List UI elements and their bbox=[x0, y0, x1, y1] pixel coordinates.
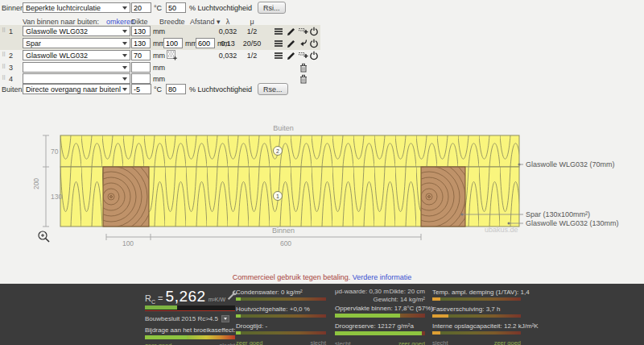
power-toggle-icon[interactable] bbox=[309, 39, 319, 48]
trash-icon[interactable] bbox=[299, 63, 308, 73]
dim-70-label: 70 bbox=[51, 148, 59, 156]
drag-handle-icon[interactable]: ⠿ bbox=[2, 27, 6, 34]
condenswater-bar bbox=[236, 297, 326, 301]
buiten-humidity-input[interactable] bbox=[166, 84, 186, 94]
breedte-input[interactable] bbox=[163, 38, 183, 48]
mm-label: mm bbox=[153, 64, 165, 72]
houtvochtgehalte-metric: Houtvochtgehalte: +0,0 % bbox=[236, 306, 326, 318]
gewicht-line: Gewicht: 14 kg/m² bbox=[335, 296, 425, 304]
bijdrage-fill bbox=[145, 335, 187, 339]
droogreserve-metric: Droogreserve: 12127 g/m²a bbox=[335, 322, 425, 335]
faseverschuiving-bar bbox=[432, 314, 521, 318]
add-texture-icon[interactable] bbox=[299, 51, 308, 60]
edit-pencil-icon[interactable] bbox=[287, 27, 296, 36]
dikte-input[interactable] bbox=[131, 38, 151, 48]
add-texture-icon[interactable] bbox=[299, 27, 308, 36]
select-arrow-icon bbox=[122, 42, 127, 45]
menu-icon[interactable] bbox=[274, 51, 283, 60]
bijdrage-label: Bijdrage aan het broeikaseffect: bbox=[145, 326, 235, 334]
menu-icon[interactable] bbox=[274, 27, 283, 36]
rc-bar-fill bbox=[145, 306, 177, 310]
layer-row-3: ⠿ 3 mm bbox=[0, 62, 338, 74]
edit-pencil-icon[interactable] bbox=[287, 51, 296, 60]
material-select[interactable] bbox=[23, 73, 130, 84]
humidity-label: % Luchtvochtigheid bbox=[189, 4, 252, 12]
material-select[interactable] bbox=[23, 62, 130, 73]
oppervlakte-metric: Oppervlakte binnen: 17,8°C (57%) bbox=[335, 305, 425, 318]
rse-button[interactable]: Rse... bbox=[258, 83, 288, 95]
buiten-temp-input[interactable] bbox=[131, 84, 151, 94]
bouwbesluit-line: Bouwbesluit 2015 Rc>4.5 bbox=[145, 315, 235, 322]
drag-handle-icon[interactable]: ⠿ bbox=[2, 64, 6, 70]
layer-marker-2: 2 bbox=[274, 147, 283, 156]
dikte-input[interactable] bbox=[131, 26, 151, 36]
layer-row-1-spar: Spar mm mm mm 0,13 20/50 bbox=[0, 38, 338, 50]
dim-130-label: 130 bbox=[51, 193, 62, 201]
omkeren-link[interactable]: omkeren bbox=[106, 18, 134, 26]
dim-200-label: 200 bbox=[32, 178, 40, 189]
drag-handle-icon[interactable]: ⠿ bbox=[2, 52, 6, 58]
binnen-humidity-input[interactable] bbox=[166, 2, 186, 13]
rc-unit: m²K/W bbox=[208, 297, 225, 302]
svg-text:1: 1 bbox=[276, 193, 279, 199]
trash-icon[interactable] bbox=[299, 74, 308, 84]
rc-progress-bar bbox=[145, 306, 235, 311]
results-bar: RC = 5,262 m²K/W Bouwbesluit 2015 Rc>4.5… bbox=[0, 284, 644, 345]
scale-labels: slecht zeer goed bbox=[335, 340, 425, 345]
tav-metric: Temp. ampl. demping (1/TAV): 1,4 bbox=[432, 289, 521, 301]
row-number: 4 bbox=[9, 75, 13, 83]
buiten-select[interactable]: Directe overgang naar buitenlucht bbox=[23, 84, 130, 94]
md-dikte-line: μd-waarde: 0,30 m Dikte: 20 cm bbox=[335, 288, 425, 296]
select-arrow-icon bbox=[122, 88, 127, 91]
scale-labels: zeer goed slecht bbox=[236, 339, 326, 345]
buiten-row: Buiten: Directe overgang naar buitenluch… bbox=[0, 84, 338, 96]
gewicht-value: Gewicht: 14 kg/m² bbox=[374, 296, 425, 304]
mu-value: 1/2 bbox=[238, 27, 266, 35]
layer-row-2: ⠿ 2 Glaswolle WLG032 mm 0,032 1/2 bbox=[0, 50, 338, 62]
texture-pattern-button[interactable] bbox=[167, 50, 177, 60]
material-select[interactable]: Glaswolle WLG032 bbox=[23, 26, 130, 36]
dikte-input[interactable] bbox=[131, 62, 151, 73]
bouwbesluit-toggle[interactable] bbox=[221, 315, 229, 322]
dikte-input[interactable] bbox=[131, 50, 151, 60]
power-toggle-icon[interactable] bbox=[309, 27, 319, 36]
zoom-magnifier-icon[interactable] bbox=[39, 231, 49, 242]
rsi-button[interactable]: Rsi... bbox=[258, 2, 286, 14]
svg-text:Glaswolle WLG032 (130mm): Glaswolle WLG032 (130mm) bbox=[526, 219, 619, 227]
material-select[interactable]: Glaswolle WLG032 bbox=[23, 50, 130, 60]
dim-100-label: 100 bbox=[122, 239, 134, 247]
row-number: 1 bbox=[9, 27, 13, 35]
edit-pencil-icon[interactable] bbox=[287, 39, 296, 48]
menu-icon[interactable] bbox=[274, 39, 283, 48]
binnen-temp-input[interactable] bbox=[131, 2, 151, 13]
bijdrage-bar bbox=[145, 335, 235, 339]
breedte-header: Breedte bbox=[159, 18, 185, 26]
undo-rotate-icon[interactable] bbox=[299, 39, 308, 48]
svg-text:2: 2 bbox=[276, 148, 279, 154]
material-select[interactable]: Spar bbox=[23, 38, 130, 48]
droogtijd-metric: Droogtijd: - bbox=[236, 322, 326, 335]
commercial-notice: Commercieel gebruik tegen betaling. Verd… bbox=[0, 273, 644, 281]
mu-header: μ bbox=[238, 18, 266, 26]
mu-value: 20/50 bbox=[238, 39, 266, 48]
verdere-informatie-link[interactable]: Verdere informatie bbox=[353, 273, 412, 281]
droogreserve-bar bbox=[335, 331, 425, 335]
label-glaswolle-130: Glaswolle WLG032 (130mm) bbox=[508, 219, 619, 227]
temp-unit-label: °C bbox=[154, 85, 162, 94]
buiten-label: Buiten: bbox=[2, 85, 24, 94]
mm-label: mm bbox=[153, 52, 165, 60]
droogtijd-bar bbox=[236, 331, 326, 335]
binnen-select[interactable]: Beperkte luchtcirculatie bbox=[23, 2, 130, 13]
insulation-layer-70 bbox=[60, 135, 519, 167]
diagram-buiten-label: Buiten bbox=[273, 124, 294, 132]
power-toggle-icon[interactable] bbox=[309, 51, 319, 60]
layer-row-1: ⠿ 1 Glaswolle WLG032 mm 0,032 1/2 bbox=[0, 26, 338, 38]
svg-text:Spar (130x100mm²): Spar (130x100mm²) bbox=[526, 210, 590, 218]
mu-value: 1/2 bbox=[238, 52, 266, 60]
dim-600-label: 600 bbox=[280, 239, 291, 247]
bouwbesluit-label: Bouwbesluit 2015 Rc>4.5 bbox=[145, 315, 218, 322]
dikte-input[interactable] bbox=[131, 73, 151, 84]
opslagcapaciteit-metric: Interne opslagcapaciteit: 12.2 kJ/m²K bbox=[432, 322, 521, 335]
drag-handle-icon[interactable]: ⠿ bbox=[2, 75, 6, 81]
row-number: 3 bbox=[9, 64, 13, 72]
